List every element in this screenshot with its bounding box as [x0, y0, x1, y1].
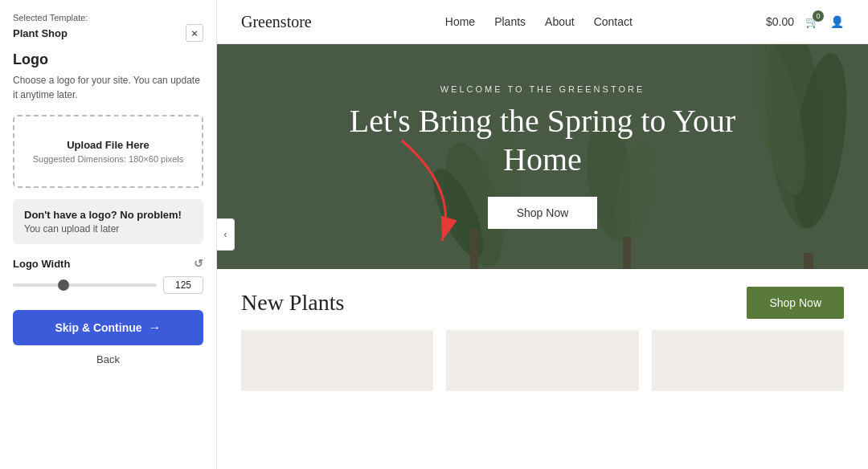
- hero-subtitle: WELCOME TO THE GREENSTORE: [440, 84, 645, 94]
- skip-continue-label: Skip & Continue: [55, 321, 141, 334]
- close-icon: ×: [191, 27, 198, 39]
- product-card-1[interactable]: [241, 330, 433, 391]
- upload-title: Upload File Here: [27, 139, 189, 151]
- nav-right: $0.00 🛒 0 👤: [766, 15, 844, 28]
- refresh-icon[interactable]: ↺: [194, 257, 203, 270]
- upload-file-box[interactable]: Upload File Here Suggested Dimensions: 1…: [13, 115, 203, 188]
- logo-width-slider-row: [13, 276, 203, 294]
- skip-continue-button[interactable]: Skip & Continue →: [13, 310, 203, 345]
- collapse-panel-button[interactable]: ‹: [217, 218, 235, 251]
- nav-links: Home Plants About Contact: [445, 15, 633, 28]
- nav-about[interactable]: About: [545, 15, 575, 28]
- new-plants-section: New Plants Shop Now: [217, 269, 868, 404]
- logo-width-text: Logo Width: [13, 258, 70, 270]
- slider-track[interactable]: [13, 283, 157, 287]
- no-logo-title: Don't have a logo? No problem!: [24, 209, 192, 221]
- product-cards-row: [241, 330, 844, 391]
- nav-home[interactable]: Home: [445, 15, 475, 28]
- back-link[interactable]: Back: [13, 353, 203, 365]
- new-plants-title: New Plants: [241, 290, 344, 316]
- product-card-3[interactable]: [652, 330, 844, 391]
- user-icon[interactable]: 👤: [830, 15, 844, 28]
- logo-width-label: Logo Width ↺: [13, 257, 203, 270]
- selected-template-label: Selected Template:: [13, 13, 203, 22]
- product-card-2[interactable]: [446, 330, 638, 391]
- hero-content: WELCOME TO THE GREENSTORE Let's Bring th…: [217, 44, 868, 269]
- left-panel: Selected Template: Plant Shop × Logo Cho…: [0, 0, 217, 469]
- upload-dimensions: Suggested Dimensions: 180×60 pixels: [27, 154, 189, 164]
- collapse-arrow-icon: ‹: [224, 229, 227, 240]
- slider-value-input[interactable]: [163, 276, 203, 294]
- logo-description: Choose a logo for your site. You can upd…: [13, 73, 203, 102]
- nav-contact[interactable]: Contact: [594, 15, 633, 28]
- no-logo-box: Don't have a logo? No problem! You can u…: [13, 199, 203, 244]
- logo-section-title: Logo: [13, 51, 203, 68]
- arrow-icon: →: [149, 320, 162, 335]
- slider-thumb[interactable]: [58, 279, 69, 291]
- close-button[interactable]: ×: [186, 24, 203, 42]
- site-navbar: Greenstore Home Plants About Contact $0.…: [217, 0, 868, 44]
- cart-icon-wrap[interactable]: 🛒 0: [805, 15, 819, 28]
- hero-section: WELCOME TO THE GREENSTORE Let's Bring th…: [217, 44, 868, 269]
- new-plants-shop-now-button[interactable]: Shop Now: [747, 287, 844, 319]
- right-panel: ‹ Greenstore Home Plants About Contact $…: [217, 0, 868, 469]
- new-plants-header: New Plants Shop Now: [241, 287, 844, 319]
- nav-plants[interactable]: Plants: [494, 15, 526, 28]
- template-name-text: Plant Shop: [13, 27, 68, 39]
- template-name-row: Plant Shop ×: [13, 24, 203, 42]
- cart-price: $0.00: [766, 15, 794, 28]
- site-logo[interactable]: Greenstore: [241, 13, 312, 31]
- no-logo-subtitle: You can upload it later: [24, 223, 192, 234]
- cart-badge: 0: [813, 10, 824, 22]
- hero-shop-now-button[interactable]: Shop Now: [488, 197, 598, 229]
- hero-title: Let's Bring the Spring to Your Home: [334, 102, 751, 179]
